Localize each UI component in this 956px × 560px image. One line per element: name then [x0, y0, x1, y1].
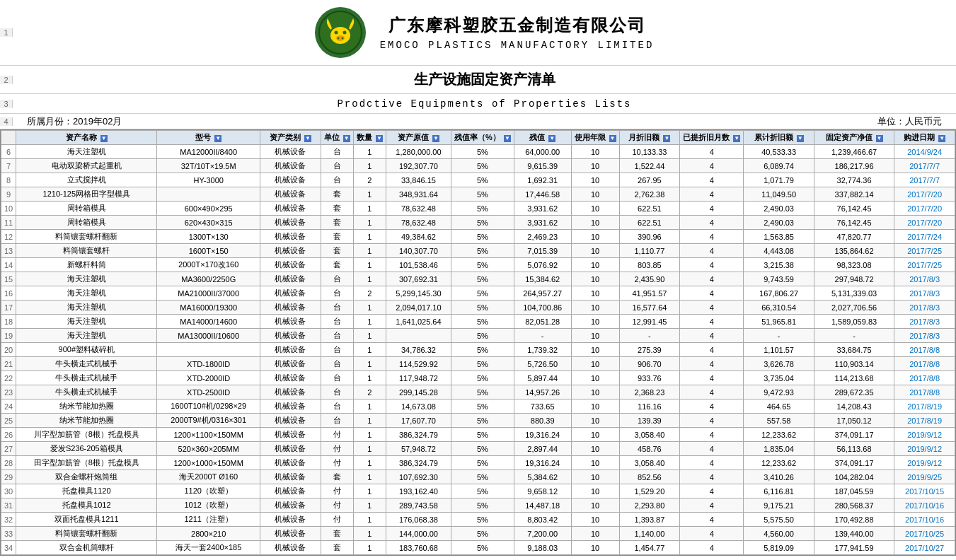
cell-life: 10 [571, 343, 619, 357]
filter-asset-name[interactable]: ▼ [100, 135, 108, 142]
col-accum-dep[interactable]: 累计折旧额 ▼ [744, 131, 814, 145]
table-row: 13料筒镶套螺杆1600T×150机械设备套1140,307.705%7,015… [1, 244, 955, 258]
cell-life: 10 [571, 216, 619, 230]
filter-qty[interactable]: ▼ [376, 135, 383, 142]
cell-model: MA13000II/10600 [157, 329, 260, 343]
cell-accum-dep: 12,233.62 [744, 456, 814, 470]
cell-asset-name: 海天注塑机 [16, 301, 157, 315]
row-number: 26 [1, 428, 16, 442]
filter-model[interactable]: ▼ [214, 135, 221, 142]
col-category[interactable]: 资产类别 ▼ [260, 131, 321, 145]
cell-monthly-dep: 267.95 [619, 173, 680, 187]
filter-salvage[interactable]: ▼ [548, 135, 555, 142]
cell-asset-name: 爱发S236-205箱模具 [16, 442, 157, 456]
col-unit[interactable]: 单位 ▼ [321, 131, 353, 145]
cell-qty: 1 [353, 371, 386, 385]
cell-asset-name: 牛头横走式机械手 [16, 357, 157, 371]
col-model[interactable]: 型号 ▼ [157, 131, 260, 145]
cell-original: 307,692.31 [386, 272, 451, 286]
table-row: 6海天注塑机MA12000II/8400机械设备台11,280,000.005%… [1, 145, 955, 159]
col-asset-name[interactable]: 资产名称 ▼ [16, 131, 157, 145]
row-number: 10 [1, 202, 16, 216]
cell-monthly-dep: 933.76 [619, 371, 680, 385]
table-row: 30托盘模具11201120（吹塑）机械设备付1193,162.405%9,65… [1, 484, 955, 498]
filter-monthly-dep[interactable]: ▼ [663, 135, 670, 142]
cell-months: 4 [680, 371, 744, 385]
cell-original: 14,673.08 [386, 399, 451, 414]
cell-qty: 1 [353, 315, 386, 329]
col-date[interactable]: 购进日期 ▼ [894, 131, 955, 145]
filter-months[interactable]: ▼ [733, 135, 740, 142]
cell-salvage: 3,931.62 [514, 216, 571, 230]
cell-months: 4 [680, 315, 744, 329]
cell-date: 2017/7/25 [894, 244, 955, 258]
col-original[interactable]: 资产原值 ▼ [386, 131, 451, 145]
cell-net-value: 374,091.17 [814, 456, 894, 470]
cell-date: 2017/10/16 [894, 513, 955, 527]
cell-date: 2017/7/7 [894, 159, 955, 173]
col-salvage-rate[interactable]: 残值率（%） ▼ [451, 131, 514, 145]
cell-asset-name: 川字型加筋管（8根）托盘模具 [16, 428, 157, 442]
cell-monthly-dep: 41,951.57 [619, 286, 680, 301]
cell-months: 4 [680, 442, 744, 456]
cell-accum-dep: 1,071.79 [744, 173, 814, 187]
cell-monthly-dep: 390.96 [619, 230, 680, 244]
cell-salvage: 2,897.44 [514, 442, 571, 456]
cell-months: 4 [680, 272, 744, 286]
cell-unit: 台 [321, 371, 353, 385]
col-life[interactable]: 使用年限 ▼ [571, 131, 619, 145]
company-chinese-name: 广东摩科塑胶五金制造有限公司 [388, 14, 646, 37]
cell-salvage: 2,469.23 [514, 230, 571, 244]
cell-unit: 台 [321, 357, 353, 371]
cell-unit: 套 [321, 202, 353, 216]
col-net-value[interactable]: 固定资产净值 ▼ [814, 131, 894, 145]
cell-net-value: 5,131,339.03 [814, 286, 894, 301]
cell-life: 10 [571, 258, 619, 272]
filter-life[interactable]: ▼ [609, 135, 616, 142]
cell-category: 机械设备 [260, 456, 321, 470]
row-number: 15 [1, 272, 16, 286]
cell-salvage: 264,957.27 [514, 286, 571, 301]
cell-salvage-rate: 5% [451, 145, 514, 159]
cell-monthly-dep: 622.51 [619, 216, 680, 230]
cell-original [386, 329, 451, 343]
filter-salvage-rate[interactable]: ▼ [504, 135, 511, 142]
cell-original: 386,324.79 [386, 456, 451, 470]
col-monthly-dep[interactable]: 月折旧额 ▼ [619, 131, 680, 145]
cell-original: 1,641,025.64 [386, 315, 451, 329]
filter-category[interactable]: ▼ [304, 135, 311, 142]
cell-unit: 台 [321, 315, 353, 329]
cell-salvage: 3,931.62 [514, 202, 571, 216]
cell-salvage-rate: 5% [451, 286, 514, 301]
cell-salvage: 7,200.00 [514, 527, 571, 541]
col-salvage[interactable]: 残值 ▼ [514, 131, 571, 145]
cell-months: 4 [680, 399, 744, 414]
cell-date: 2019/9/25 [894, 470, 955, 484]
cell-net-value: 1,589,059.83 [814, 315, 894, 329]
col-qty[interactable]: 数量 ▼ [353, 131, 386, 145]
filter-accum-dep[interactable]: ▼ [797, 135, 804, 142]
cell-salvage: 7,015.39 [514, 244, 571, 258]
filter-date[interactable]: ▼ [938, 135, 945, 142]
cell-life: 10 [571, 399, 619, 414]
filter-original[interactable]: ▼ [432, 135, 439, 142]
cell-qty: 1 [353, 428, 386, 442]
row-number: 11 [1, 216, 16, 230]
cell-months: 4 [680, 541, 744, 555]
cell-asset-name: 双合金机筒螺杆 [16, 541, 157, 555]
filter-net-value[interactable]: ▼ [876, 135, 883, 142]
cell-model: 32T/10T×19.5M [157, 159, 260, 173]
cell-unit: 台 [321, 173, 353, 187]
cell-original: 107,692.30 [386, 470, 451, 484]
col-months[interactable]: 已提折旧月数 ▼ [680, 131, 744, 145]
cell-unit: 套 [321, 216, 353, 230]
filter-unit[interactable]: ▼ [343, 135, 350, 142]
cell-model: 2000T9#机/0316×301 [157, 414, 260, 428]
cell-unit: 台 [321, 286, 353, 301]
cell-net-value: 170,492.88 [814, 513, 894, 527]
cell-life: 10 [571, 371, 619, 385]
cell-original: 1,280,000.00 [386, 145, 451, 159]
cell-qty: 1 [353, 244, 386, 258]
cell-qty: 1 [353, 329, 386, 343]
cell-asset-name: 纳米节能加热圈 [16, 414, 157, 428]
